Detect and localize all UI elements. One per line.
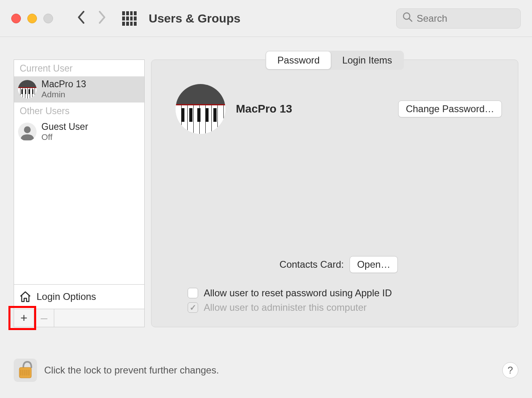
reset-password-row: Allow user to reset password using Apple… bbox=[176, 286, 502, 300]
reset-password-label: Allow user to reset password using Apple… bbox=[204, 287, 392, 299]
search-box[interactable] bbox=[396, 8, 521, 29]
show-all-preferences-button[interactable] bbox=[122, 11, 137, 26]
maximize-button[interactable] bbox=[43, 14, 53, 23]
reset-password-checkbox[interactable] bbox=[188, 288, 198, 298]
lock-button[interactable] bbox=[14, 359, 37, 382]
traffic-lights bbox=[11, 14, 53, 23]
panel-body: MacPro 13 Change Password… Contacts Card… bbox=[151, 59, 518, 327]
user-row-guest[interactable]: Guest User Off bbox=[14, 119, 144, 145]
close-button[interactable] bbox=[11, 14, 21, 23]
remove-user-button[interactable]: – bbox=[34, 309, 54, 327]
content-panel: Password Login Items MacPro 13 Change Pa… bbox=[151, 59, 518, 327]
user-name: MacPro 13 bbox=[41, 79, 86, 90]
footer: Click the lock to prevent further change… bbox=[14, 359, 518, 382]
login-options-button[interactable]: Login Options bbox=[14, 285, 144, 309]
users-sidebar: Current User MacPro 13 Admin Other Users… bbox=[14, 59, 145, 327]
user-status: Off bbox=[41, 132, 88, 142]
current-user-header: Current User bbox=[14, 60, 144, 76]
home-icon bbox=[19, 290, 32, 303]
avatar bbox=[18, 80, 37, 98]
administer-row: Allow user to administer this computer bbox=[176, 300, 502, 315]
titlebar: Users & Groups bbox=[0, 0, 532, 37]
nav-arrows bbox=[77, 11, 106, 26]
search-input[interactable] bbox=[417, 13, 515, 24]
administer-checkbox bbox=[188, 302, 198, 313]
back-button[interactable] bbox=[77, 11, 85, 26]
change-password-button[interactable]: Change Password… bbox=[398, 101, 502, 117]
svg-point-2 bbox=[24, 126, 31, 133]
open-contacts-button[interactable]: Open… bbox=[350, 256, 398, 273]
minimize-button[interactable] bbox=[27, 14, 37, 23]
administer-label: Allow user to administer this computer bbox=[204, 302, 367, 313]
tab-bar: Password Login Items bbox=[265, 51, 404, 70]
help-icon: ? bbox=[507, 365, 513, 376]
contacts-card-row: Contacts Card: Open… bbox=[176, 256, 502, 273]
add-remove-row: + – bbox=[14, 309, 144, 327]
add-user-button[interactable]: + bbox=[14, 309, 34, 327]
main-area: Current User MacPro 13 Admin Other Users… bbox=[0, 37, 532, 335]
login-options-label: Login Options bbox=[37, 291, 96, 302]
other-users-header: Other Users bbox=[14, 103, 144, 119]
help-button[interactable]: ? bbox=[502, 362, 518, 378]
user-header: MacPro 13 Change Password… bbox=[176, 84, 502, 134]
avatar bbox=[18, 123, 37, 141]
search-icon bbox=[402, 12, 413, 25]
tab-password[interactable]: Password bbox=[266, 51, 331, 69]
user-avatar[interactable] bbox=[176, 84, 225, 134]
user-name: Guest User bbox=[41, 121, 88, 132]
forward-button[interactable] bbox=[98, 11, 106, 26]
tab-login-items[interactable]: Login Items bbox=[331, 51, 403, 69]
contacts-card-label: Contacts Card: bbox=[280, 259, 344, 270]
svg-line-1 bbox=[409, 18, 412, 21]
lock-icon bbox=[17, 359, 34, 381]
user-role: Admin bbox=[41, 90, 86, 99]
window-title: Users & Groups bbox=[149, 12, 396, 25]
user-row-current[interactable]: MacPro 13 Admin bbox=[14, 76, 144, 103]
lock-text: Click the lock to prevent further change… bbox=[44, 365, 495, 376]
user-display-name: MacPro 13 bbox=[236, 103, 388, 115]
